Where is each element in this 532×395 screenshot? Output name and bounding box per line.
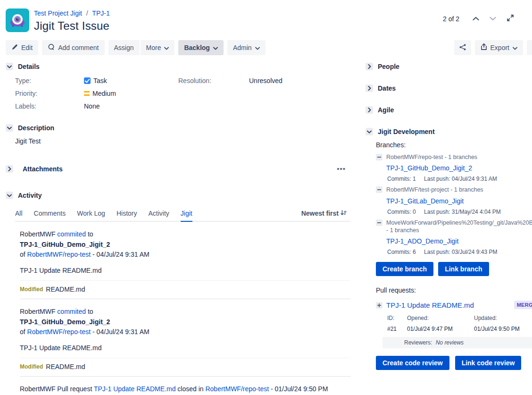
- share-button[interactable]: [454, 40, 471, 55]
- tab-activity[interactable]: Activity: [148, 207, 169, 221]
- tools-button-partial[interactable]: [527, 40, 532, 55]
- pull-requests-label: Pull requests:: [376, 286, 532, 294]
- add-comment-button[interactable]: Add comment: [42, 40, 104, 55]
- commit-action-suffix: to: [88, 308, 93, 315]
- pull-request-details: ID: Opened: Updated: #21 01/Jul/24 9:47 …: [387, 315, 532, 332]
- main-column: Details Type: Task Resolution: Unresolve…: [6, 63, 350, 395]
- more-button[interactable]: More: [141, 40, 175, 55]
- jira-issue-page: Test Project Jigit / TPJ-1 Jigit Test Is…: [0, 0, 532, 395]
- file-name: README.md: [46, 363, 85, 370]
- issue-content: Details Type: Task Resolution: Unresolve…: [0, 62, 532, 395]
- reviewers-value: No reviews: [436, 339, 464, 346]
- expand-chevron-icon[interactable]: [366, 84, 373, 92]
- pr-repo-link[interactable]: RobertMWF/repo-test: [205, 385, 269, 393]
- activity-section: Activity All Comments Work Log History A…: [6, 192, 350, 395]
- backlog-status-button[interactable]: Backlog: [178, 40, 223, 55]
- branch-link[interactable]: TPJ-1_ADO_Demo_Jigit: [386, 237, 532, 245]
- create-code-review-button[interactable]: Create code review: [376, 356, 449, 370]
- commit-of: of: [20, 328, 25, 336]
- branches-label: Branches:: [376, 141, 532, 149]
- commit-header-line: RobertMWF commited to: [20, 307, 350, 317]
- commit-date: - 04/Jul/24 9:31 AM: [92, 328, 150, 336]
- admin-button[interactable]: Admin: [227, 40, 266, 55]
- commit-repo-link[interactable]: RobertMWF/repo-test: [27, 328, 91, 336]
- edit-button[interactable]: Edit: [6, 40, 38, 55]
- collapse-chevron-icon[interactable]: [6, 192, 13, 199]
- description-section: Description Jigit Test: [6, 124, 350, 145]
- attachments-more-menu-button[interactable]: •••: [337, 165, 346, 173]
- jigit-development-section: Jigit Development Branches: RobertMWF/re…: [366, 128, 532, 370]
- expand-chevron-icon[interactable]: [366, 63, 373, 70]
- link-code-review-button[interactable]: Link code review: [455, 356, 522, 370]
- branch-link[interactable]: TPJ-1_GitLab_Demo_Jigit: [386, 197, 532, 205]
- tab-comments[interactable]: Comments: [34, 207, 66, 221]
- tab-history[interactable]: History: [116, 207, 137, 221]
- breadcrumb: Test Project Jigit / TPJ-1: [34, 8, 443, 17]
- pr-date: - 01/Jul/24 9:50 PM: [271, 385, 328, 393]
- fullscreen-button[interactable]: [505, 12, 516, 25]
- commit-repo-link[interactable]: RobertMWF/repo-test: [27, 251, 91, 258]
- agile-section: Agile: [366, 106, 532, 114]
- pull-request-title-link[interactable]: TPJ-1 Update README.md: [386, 301, 474, 309]
- branch-group: RobertMWF/test-project - 1 branches TPJ-…: [376, 186, 532, 215]
- activity-feed: RobertMWF commited to TPJ-1_GitHub_Demo_…: [6, 222, 350, 395]
- assign-button[interactable]: Assign: [108, 40, 140, 55]
- link-branch-button[interactable]: Link branch: [438, 262, 489, 276]
- project-avatar[interactable]: [6, 8, 29, 32]
- pencil-icon: [11, 44, 18, 52]
- breadcrumb-issue-key-link[interactable]: TPJ-1: [92, 9, 109, 17]
- expand-chevron-icon[interactable]: [6, 165, 13, 173]
- commit-action-link[interactable]: commited: [57, 230, 86, 238]
- collapse-minus-icon[interactable]: [376, 186, 382, 193]
- breadcrumb-separator: /: [86, 9, 88, 17]
- pr-updated-label: Updated:: [474, 315, 532, 321]
- agile-section-header[interactable]: Agile: [366, 106, 532, 114]
- branch-link[interactable]: TPJ-1_GitHub_Demo_Jigit_2: [386, 164, 532, 172]
- attachments-section-header[interactable]: Attachments •••: [6, 165, 350, 173]
- sort-order-button[interactable]: Newest first: [301, 210, 347, 221]
- create-branch-button[interactable]: Create branch: [376, 262, 433, 276]
- tab-all[interactable]: All: [15, 207, 23, 221]
- tab-work-log[interactable]: Work Log: [77, 207, 105, 221]
- commit-action-link[interactable]: commited: [57, 308, 86, 315]
- previous-issue-button[interactable]: [471, 13, 481, 24]
- activity-section-header[interactable]: Activity: [6, 192, 350, 199]
- next-issue-button[interactable]: [488, 13, 498, 24]
- export-icon: [481, 43, 487, 52]
- export-button[interactable]: Export: [475, 40, 523, 55]
- description-section-header[interactable]: Description: [6, 124, 350, 132]
- pull-request-header: TPJ-1 Update README.md MERGED: [376, 301, 532, 309]
- share-icon: [459, 43, 466, 52]
- commit-header-line: RobertMWF commited to: [20, 229, 350, 240]
- commit-message: TPJ-1 Update README.md: [20, 267, 350, 274]
- people-section: People: [366, 63, 532, 70]
- collapse-chevron-icon[interactable]: [6, 124, 13, 132]
- activity-section-title: Activity: [18, 192, 42, 199]
- feed-item-commit: RobertMWF commited to TPJ-1_GitHub_Demo_…: [20, 222, 350, 299]
- collapse-chevron-icon[interactable]: [6, 63, 13, 70]
- jigit-section-title: Jigit Development: [378, 128, 435, 135]
- people-section-header[interactable]: People: [366, 63, 532, 70]
- collapse-chevron-icon[interactable]: [366, 128, 373, 135]
- expand-chevron-icon[interactable]: [366, 106, 373, 114]
- dates-section-header[interactable]: Dates: [366, 84, 532, 92]
- attachments-section: Attachments •••: [6, 165, 350, 173]
- collapse-minus-icon[interactable]: [376, 154, 382, 160]
- branch-group: RobertMWF/repo-test - 1 branches TPJ-1_G…: [376, 153, 532, 182]
- jigit-section-header[interactable]: Jigit Development: [366, 128, 532, 135]
- labels-label: Labels:: [15, 102, 84, 110]
- details-section-header[interactable]: Details: [6, 63, 350, 70]
- repo-line: RobertMWF/test-project - 1 branches: [376, 186, 532, 193]
- priority-medium-icon: [84, 91, 90, 96]
- collapse-minus-icon[interactable]: [376, 219, 382, 226]
- expand-icon: [507, 14, 514, 23]
- tab-jigit[interactable]: Jigit: [181, 207, 192, 221]
- breadcrumb-project-link[interactable]: Test Project Jigit: [34, 9, 82, 17]
- branch-commits-line: Commits: 6 Last push: 03/Jul/24 9:43 PM: [387, 249, 532, 255]
- repo-name: RobertMWF/test-project - 1 branches: [386, 186, 483, 193]
- expand-plus-icon[interactable]: [376, 302, 382, 309]
- commit-file-row: Modified README.md: [20, 358, 350, 376]
- commit-branch-name: TPJ-1_GitHub_Demo_Jigit_2: [20, 240, 350, 250]
- pr-title-link[interactable]: TPJ-1 Update README.md: [94, 385, 176, 393]
- pr-id-label: ID:: [387, 315, 407, 321]
